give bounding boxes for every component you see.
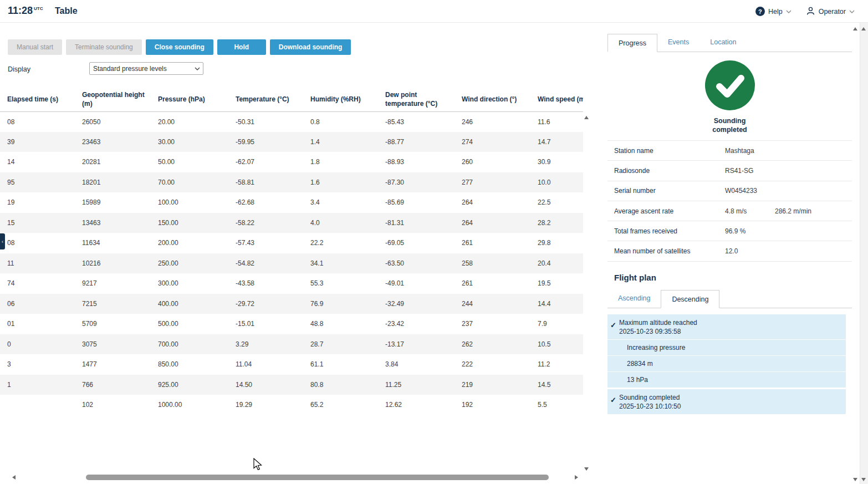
table-cell: 925.00 [151, 375, 228, 395]
table-cell: 300.00 [151, 273, 228, 294]
table-header-row: Elapsed time (s) Geopotential height (m)… [0, 88, 583, 111]
table-cell: -88.93 [378, 152, 455, 172]
table-row[interactable]: 03075700.003.2928.7-13.1726210.5 [0, 334, 583, 355]
scroll-down-arrow-icon[interactable] [584, 467, 589, 471]
table-cell: 4.0 [303, 213, 378, 233]
table-cell: 261 [455, 273, 530, 294]
col-temperature: Temperature (°C) [228, 88, 303, 111]
table-row[interactable]: 1513463150.00-58.224.0-81.3126428.2 [0, 213, 583, 233]
scroll-up-arrow-icon[interactable] [584, 116, 589, 119]
check-icon: ✓ [607, 393, 619, 411]
table-cell: -54.82 [228, 253, 303, 274]
table-cell: 0 [0, 334, 75, 355]
flight-plan-title: Flight plan [614, 273, 852, 282]
info-row-radiosonde: Radiosonde RS41-SG [607, 161, 852, 181]
page-title: Table [55, 6, 78, 16]
table-vertical-scrollbar[interactable] [582, 111, 591, 473]
event-timestamp: 2025-10-23 09:35:58 [619, 327, 697, 336]
scroll-down-arrow-icon[interactable] [853, 478, 857, 481]
info-label: Total frames received [607, 227, 725, 235]
operator-menu[interactable]: Operator [806, 6, 855, 17]
table-cell: 10.0 [530, 172, 583, 193]
close-sounding-button[interactable]: Close sounding [146, 39, 213, 55]
scroll-up-arrow-icon[interactable] [861, 27, 866, 30]
table-cell: 500.00 [151, 314, 228, 334]
table-row[interactable]: 392346330.00-59.951.4-88.7727414.7 [0, 132, 583, 152]
table-row[interactable]: 015709500.00-15.0148.8-23.422377.9 [0, 314, 583, 334]
event-title: Maximum altitude reached [619, 318, 697, 327]
table-cell: 11 [0, 253, 75, 274]
info-value: 12.0 [725, 247, 775, 255]
table-cell: 7215 [75, 294, 151, 314]
panel-collapse-handle[interactable]: ‹ [0, 233, 5, 249]
table-row[interactable]: 142028150.00-62.071.8-88.9326030.9 [0, 152, 583, 172]
table-cell: 15989 [75, 192, 151, 213]
table-cell: 26050 [75, 111, 151, 132]
table-horizontal-scrollbar[interactable] [0, 473, 583, 481]
help-menu[interactable]: ? Help [755, 7, 792, 16]
table-cell: 11.6 [530, 111, 583, 132]
table-cell: 34.1 [303, 253, 378, 274]
table-row[interactable]: 1915989100.00-62.683.4-85.6926422.5 [0, 192, 583, 213]
scroll-right-arrow-icon[interactable] [575, 475, 578, 480]
table-cell: 20.00 [151, 111, 228, 132]
table-cell: 14.7 [530, 132, 583, 152]
table-cell: 200.00 [151, 233, 228, 253]
page-vertical-scrollbar[interactable] [860, 23, 868, 484]
scroll-up-arrow-icon[interactable] [853, 27, 857, 30]
scroll-down-arrows[interactable] [853, 478, 866, 481]
col-pressure: Pressure (hPa) [151, 88, 228, 111]
table-cell: 766 [75, 375, 151, 395]
table-row[interactable]: 31477850.0011.0461.13.8422211.2 [0, 354, 583, 375]
table-cell: -63.50 [378, 253, 455, 274]
tab-location[interactable]: Location [699, 33, 747, 52]
table-cell: 10216 [75, 253, 151, 274]
table-row[interactable]: 1021000.0019.2965.212.621925.5 [0, 395, 583, 415]
table-row[interactable]: 1110216250.00-54.8234.1-63.5025820.4 [0, 253, 583, 274]
table-cell: 264 [455, 213, 530, 233]
table-row[interactable]: 1766925.0014.5080.811.2521914.5 [0, 375, 583, 395]
info-value: RS41-SG [725, 167, 775, 175]
table-cell: 19 [0, 192, 75, 213]
table-cell: 50.00 [151, 152, 228, 172]
table-row[interactable]: 067215400.00-29.7276.9-32.4924414.4 [0, 294, 583, 314]
hold-button[interactable]: Hold [217, 39, 266, 55]
table-row[interactable]: 749217300.00-43.5855.3-49.0126119.5 [0, 273, 583, 294]
event-sounding-completed: ✓ Sounding completed 2025-10-23 10:10:50 [607, 389, 846, 414]
display-select[interactable]: Standard pressure levels [89, 62, 203, 75]
horizontal-scroll-thumb[interactable] [86, 475, 549, 480]
table-cell: 100.00 [151, 192, 228, 213]
tab-descending[interactable]: Descending [661, 290, 719, 308]
table-cell: 192 [455, 395, 530, 415]
table-row[interactable]: 082605020.00-50.310.8-85.4324611.6 [0, 111, 583, 132]
display-select-control[interactable]: Standard pressure levels [89, 62, 203, 75]
sounding-table: Elapsed time (s) Geopotential height (m)… [0, 88, 583, 415]
table-row[interactable]: 951820170.00-58.811.6-87.3027710.0 [0, 172, 583, 193]
scroll-down-arrow-icon[interactable] [861, 478, 866, 481]
info-label: Mean number of satellites [607, 247, 725, 255]
table-cell: 222 [455, 354, 530, 375]
table-cell: 1.4 [303, 132, 378, 152]
terminate-sounding-button[interactable]: Terminate sounding [66, 39, 142, 55]
table-cell: 95 [0, 172, 75, 193]
table-cell: 30.00 [151, 132, 228, 152]
table-cell: 65.2 [303, 395, 378, 415]
table-cell: 70.00 [151, 172, 228, 193]
tab-ascending[interactable]: Ascending [607, 289, 661, 308]
table-cell: 277 [455, 172, 530, 193]
table-cell [0, 395, 75, 415]
table-cell: 5709 [75, 314, 151, 334]
event-detail: 28834 m [607, 355, 846, 371]
table-row[interactable]: 0811634200.00-57.4322.2-69.0526129.8 [0, 233, 583, 253]
manual-start-button[interactable]: Manual start [8, 39, 62, 55]
scroll-up-arrows[interactable] [853, 27, 866, 30]
table-cell: 08 [0, 111, 75, 132]
scroll-left-arrow-icon[interactable] [12, 475, 16, 480]
info-value: Mashtaga [725, 147, 775, 155]
tab-events[interactable]: Events [657, 33, 699, 52]
table-cell: 1.6 [303, 172, 378, 193]
table-cell: 29.8 [530, 233, 583, 253]
tab-progress[interactable]: Progress [607, 34, 657, 52]
download-sounding-button[interactable]: Download sounding [270, 39, 351, 55]
table-cell: -15.01 [228, 314, 303, 334]
